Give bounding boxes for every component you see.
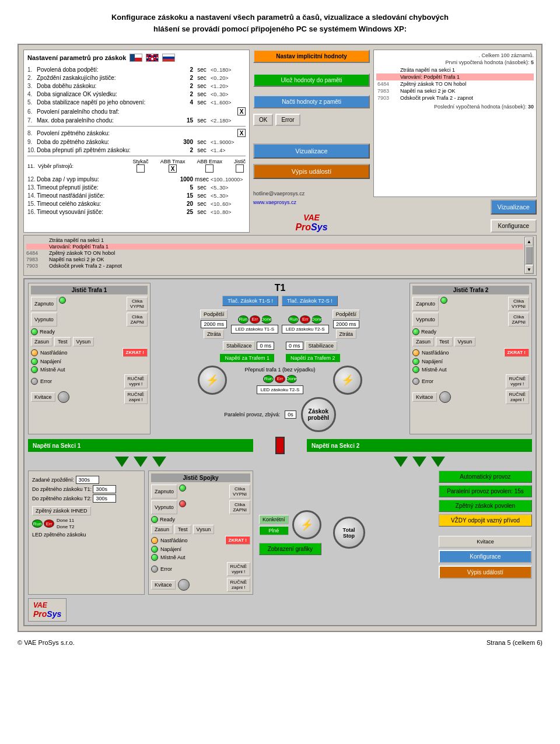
- btn-ok[interactable]: OK: [253, 114, 273, 126]
- btn-kvitace-t1[interactable]: Kvitace: [31, 392, 55, 402]
- btn-vypni-clika-sp[interactable]: ClíkaVYPNI: [229, 485, 250, 499]
- btn-rucne-vypni-sp[interactable]: RUČNĚvypni !: [227, 562, 250, 576]
- btn-vypni-clika-t2[interactable]: ClíkaVYPNI: [508, 297, 529, 311]
- btn-zapni-clika-t2[interactable]: ClíkaZAPNI: [508, 313, 529, 327]
- scroll-down-arrow[interactable]: ▼: [525, 265, 533, 273]
- zaskok-btns-row: Tlač. Záskok T1-S ! Tlač. Záskok T2-S !: [222, 296, 338, 306]
- cb-abb-emax[interactable]: [205, 164, 214, 173]
- prosys-logo-viz: VAEProSys: [28, 598, 532, 622]
- err-oval-3: Err: [275, 375, 285, 383]
- flag-ru[interactable]: [162, 54, 175, 62]
- flag-czech[interactable]: [130, 54, 142, 62]
- btn-nastav-implicitni[interactable]: Nastav implicitní hodnoty: [253, 50, 370, 63]
- btn-konkretni[interactable]: Konkrétní: [259, 515, 289, 524]
- btn-podstit-2[interactable]: Podpětší: [332, 310, 360, 319]
- btn-zaskok-t1s[interactable]: Tlač. Záskok T1-S !: [222, 296, 278, 306]
- btn-total-stop[interactable]: TotalStop: [333, 517, 365, 549]
- log-scrollbar[interactable]: ▲ ▼: [524, 237, 534, 274]
- btn-zobrazeni-grafiky[interactable]: Zobrazení grafiky: [259, 543, 321, 555]
- device-abb-emax: ABB Emax: [197, 159, 222, 174]
- btn-uloz-hodnoty[interactable]: Ulož hodnoty do paměti: [253, 73, 370, 87]
- btn-test-t1[interactable]: Test: [54, 337, 71, 346]
- btn-rucne-zapni-t1[interactable]: RUČNĚzapni !: [124, 390, 148, 404]
- btn-zpetny-ihned[interactable]: Zpětný záskok IHNED: [32, 506, 91, 515]
- scroll-thumb[interactable]: [526, 247, 533, 264]
- btn-zapnuto-sp[interactable]: Zapnuto: [151, 485, 177, 499]
- btn-ztrata-2[interactable]: Ztráta: [336, 329, 357, 339]
- btn-zasun-sp[interactable]: Zasun: [151, 525, 173, 534]
- btn-test-t2[interactable]: Test: [436, 337, 453, 346]
- btn-vypis-udalosti-bottom[interactable]: Výpis událostí: [439, 566, 532, 579]
- checkbox-8[interactable]: X: [237, 129, 246, 137]
- btn-zasun-t1[interactable]: Zasun: [31, 337, 52, 346]
- btn-rucne-vypni-t1[interactable]: RUČNĚvypni !: [124, 374, 148, 388]
- btn-zkrat-sp[interactable]: ZKRAT !: [225, 536, 250, 545]
- param-8: 8. Povolení zpětného záskoku: X: [27, 129, 246, 137]
- btn-stab-2[interactable]: Stabilizace: [305, 341, 338, 350]
- btn-vypis-udalosti[interactable]: Výpis událostí: [253, 164, 370, 179]
- btn-zkrat-t1[interactable]: ZKRAT !: [123, 348, 148, 357]
- params-group-1: 1.Povolená doba podpětí:2sec<0..180>2.Zp…: [27, 66, 246, 106]
- kvitace-circle-t1: [58, 391, 69, 403]
- checkbox-6[interactable]: X: [237, 107, 246, 115]
- btn-ztrata-1[interactable]: Ztráta: [204, 329, 225, 339]
- scroll-up-arrow[interactable]: ▲: [525, 237, 533, 245]
- btn-error[interactable]: Error: [275, 114, 300, 126]
- cb-jistic[interactable]: [236, 164, 244, 173]
- btn-vypnuto-t2[interactable]: Vypnuto: [412, 313, 439, 327]
- jistic-trafa2: Jistič Trafa 2 Zapnuto ClíkaVYPNI Vypnut…: [410, 283, 532, 434]
- btn-vypni-clika-t1[interactable]: ClíkaVYPNI: [127, 297, 148, 311]
- sekce2-bar: Napětí na Sekci 2: [307, 439, 532, 452]
- btn-vzdy-odpojit[interactable]: VŽDY odpojit vazný přívod: [439, 514, 532, 527]
- btn-vysun-t2[interactable]: Vysun: [454, 337, 476, 346]
- btn-rucne-zapni-sp[interactable]: RUČNĚzapni !: [227, 578, 250, 592]
- cb-stykac[interactable]: [136, 164, 145, 173]
- btn-test-sp[interactable]: Test: [174, 525, 191, 534]
- btn-auto-provoz[interactable]: Automatický provoz: [439, 471, 532, 483]
- btn-zapnuto-t2[interactable]: Zapnuto: [412, 297, 439, 311]
- btn-kvitace-sp[interactable]: Kvitace: [151, 580, 176, 589]
- btn-zaskok-t2s[interactable]: Tlač. Záskok T2-S !: [282, 296, 338, 306]
- btn-vypnuto-sp[interactable]: Vypnuto: [151, 500, 177, 514]
- btn-rucne-vypni-t2[interactable]: RUČNĚvypni !: [506, 374, 529, 388]
- btn-nacti-hodnoty[interactable]: Načti hodnoty z paměti: [253, 95, 370, 108]
- btn-zapni-clika-sp[interactable]: ClíkaZAPNI: [229, 500, 250, 514]
- ind-nastradano-t2: Nastřádáno ZKRAT !: [412, 348, 529, 357]
- btn-podstit-1[interactable]: Podpětší: [200, 310, 228, 319]
- config-title: Nastavení parametrů pro záskok: [27, 54, 126, 61]
- param-row: 2.Zpoždění zaskakujícího jističe:2sec<0.…: [27, 75, 246, 81]
- btn-vysun-t1[interactable]: Vysun: [73, 337, 94, 346]
- flag-uk[interactable]: [146, 54, 159, 62]
- led-ready-t1: [31, 328, 38, 335]
- cb-abb-tmax[interactable]: X: [169, 164, 177, 173]
- btn-plne[interactable]: Plné: [259, 526, 289, 535]
- config-header: Nastavení parametrů pro záskok: [27, 54, 246, 62]
- btn-zkrat-t2[interactable]: ZKRAT !: [504, 348, 529, 357]
- transformer-circles: ⚡ Přepnutí trafa 1 (bez výpadku) Run Err…: [198, 366, 362, 395]
- run-oval-2: Run: [288, 315, 299, 324]
- btn-paral-povolen[interactable]: Paralelní provoz povolen: 15s: [439, 485, 532, 497]
- btn-vysun-sp[interactable]: Vysun: [193, 525, 215, 534]
- btn-kvitace-t2[interactable]: Kvitace: [412, 392, 437, 402]
- btn-konfigurace-bottom[interactable]: Konfigurace: [439, 550, 532, 563]
- arrow-down-2: [134, 457, 148, 467]
- btn-vypnuto-t1[interactable]: Vypnuto: [31, 313, 57, 327]
- param-9: 9. Doba do zpětného záskoku: 300 sec <1.…: [27, 139, 246, 145]
- btn-rucne-zapni-t2[interactable]: RUČNĚzapni !: [506, 390, 529, 404]
- btn-zpetny-povolen[interactable]: Zpětný záskok povolen: [439, 500, 532, 512]
- led-zpetneho-label: LED zpětného záskoku: [32, 532, 141, 538]
- err-oval-2: Err: [300, 315, 310, 324]
- btn-zasun-t2[interactable]: Zasun: [412, 337, 434, 346]
- btn-konfigurace-right[interactable]: Konfigurace: [491, 219, 537, 233]
- btn-zapnuto-t1[interactable]: Zapnuto: [31, 297, 57, 311]
- btn-kvitace-right[interactable]: Kvitace: [439, 536, 532, 548]
- btn-vizualizace-right[interactable]: Vizualizace: [491, 199, 537, 215]
- btn-stab-1[interactable]: Stabilizace: [223, 341, 256, 350]
- btn-vizualizace[interactable]: Vizualizace: [253, 143, 370, 159]
- btn-zapni-clika-t1[interactable]: ClíkaZAPNI: [127, 313, 148, 327]
- ind-mistni-aut-sp: Místně Aut: [151, 554, 250, 561]
- led-t2s-label-2: LED záskoku T2-S: [257, 385, 304, 394]
- param-row: 12.Doba zap / vyp impulsu:1000msec<100..…: [27, 176, 246, 183]
- napt-trafa2-label: Napětí za Trafem 2: [286, 354, 340, 362]
- ready-label-t2: Ready: [421, 329, 436, 335]
